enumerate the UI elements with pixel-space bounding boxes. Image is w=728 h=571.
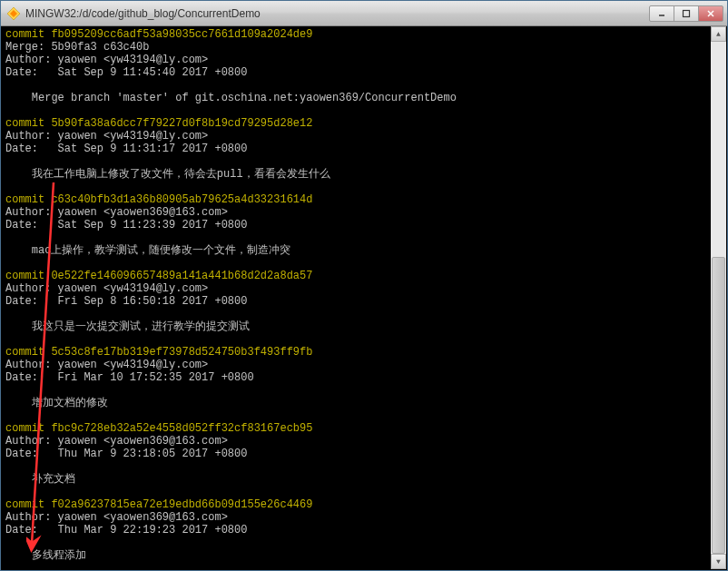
commit-date-line: Date: Fri Sep 8 16:50:18 2017 +0800 bbox=[5, 295, 707, 308]
scroll-up-button[interactable]: ▲ bbox=[711, 26, 726, 42]
maximize-button[interactable] bbox=[674, 5, 699, 22]
commit-date-line: Date: Thu Mar 9 23:18:05 2017 +0800 bbox=[5, 448, 707, 460]
commit-message-line: 多线程添加 bbox=[5, 549, 707, 562]
svg-rect-3 bbox=[684, 10, 690, 16]
blank-line bbox=[5, 562, 707, 569]
commit-date-line: Date: Sat Sep 9 11:23:39 2017 +0800 bbox=[5, 219, 707, 231]
blank-line bbox=[5, 486, 707, 498]
commit-hash-line: commit fb095209cc6adf53a98035cc7661d109a… bbox=[5, 28, 707, 41]
blank-line bbox=[5, 181, 707, 193]
scrollbar[interactable]: ▲ ▼ bbox=[711, 26, 726, 569]
commit-date-line: Date: Fri Mar 10 17:52:35 2017 +0800 bbox=[5, 371, 707, 384]
minimize-button[interactable] bbox=[649, 5, 674, 22]
commit-message-line: 补充文档 bbox=[5, 473, 707, 486]
commit-author-line: Author: yaowen <yw43194@ly.com> bbox=[5, 359, 707, 371]
blank-line bbox=[5, 308, 707, 320]
commit-merge-line: Merge: 5b90fa3 c63c40b bbox=[5, 41, 707, 54]
blank-line bbox=[5, 79, 707, 92]
commit-author-line: Author: yaowen <yaowen369@163.com> bbox=[5, 206, 707, 219]
blank-line bbox=[5, 409, 707, 422]
blank-line bbox=[5, 155, 707, 168]
titlebar: MINGW32:/d/code/github_blog/ConcurrentDe… bbox=[1, 1, 727, 26]
blank-line bbox=[5, 333, 707, 346]
commit-hash-line: commit c63c40bfb3d1a36b80905ab79625a4d33… bbox=[5, 193, 707, 206]
commit-date-line: Date: Sat Sep 9 11:31:17 2017 +0800 bbox=[5, 143, 707, 155]
commit-hash-line: commit 0e522fe146096657489a141a441b68d2d… bbox=[5, 270, 707, 282]
blank-line bbox=[5, 537, 707, 549]
blank-line bbox=[5, 384, 707, 397]
commit-hash-line: commit 5b90fa38a6dcc7f79227d0f8b19cd7929… bbox=[5, 117, 707, 130]
terminal-window: MINGW32:/d/code/github_blog/ConcurrentDe… bbox=[0, 0, 728, 571]
window-title: MINGW32:/d/code/github_blog/ConcurrentDe… bbox=[25, 7, 650, 20]
commit-message-line: 我这只是一次提交测试，进行教学的提交测试 bbox=[5, 320, 707, 333]
close-button[interactable] bbox=[698, 5, 723, 22]
commit-hash-line: commit fbc9c728eb32a52e4558d052ff32cf831… bbox=[5, 422, 707, 435]
blank-line bbox=[5, 460, 707, 473]
blank-line bbox=[5, 257, 707, 270]
commit-author-line: Author: yaowen <yaowen369@163.com> bbox=[5, 435, 707, 448]
commit-date-line: Date: Sat Sep 9 11:45:40 2017 +0800 bbox=[5, 66, 707, 79]
scroll-down-button[interactable]: ▼ bbox=[711, 554, 726, 569]
app-icon bbox=[6, 6, 21, 21]
blank-line bbox=[5, 231, 707, 244]
commit-message-line: Merge branch 'master' of git.oschina.net… bbox=[5, 92, 707, 104]
commit-author-line: Author: yaowen <yw43194@ly.com> bbox=[5, 54, 707, 66]
commit-author-line: Author: yaowen <yaowen369@163.com> bbox=[5, 511, 707, 524]
commit-hash-line: commit 5c53c8fe17bb319ef73978d524750b3f4… bbox=[5, 346, 707, 359]
blank-line bbox=[5, 104, 707, 117]
commit-message-line: mac上操作，教学测试，随便修改一个文件，制造冲突 bbox=[5, 244, 707, 257]
scrollbar-track[interactable] bbox=[711, 42, 726, 554]
commit-author-line: Author: yaowen <yw43194@ly.com> bbox=[5, 282, 707, 295]
commit-author-line: Author: yaowen <yw43194@ly.com> bbox=[5, 130, 707, 143]
commit-message-line: 我在工作电脑上修改了改文件，待会去pull，看看会发生什么 bbox=[5, 168, 707, 181]
commit-message-line: 增加文档的修改 bbox=[5, 397, 707, 409]
commit-hash-line: commit f02a96237815ea72e19edbd66b09d155e… bbox=[5, 498, 707, 511]
scrollbar-thumb[interactable] bbox=[712, 257, 725, 554]
terminal-output[interactable]: commit fb095209cc6adf53a98035cc7661d109a… bbox=[2, 26, 711, 569]
commit-date-line: Date: Thu Mar 9 22:19:23 2017 +0800 bbox=[5, 524, 707, 537]
window-controls bbox=[650, 5, 723, 22]
